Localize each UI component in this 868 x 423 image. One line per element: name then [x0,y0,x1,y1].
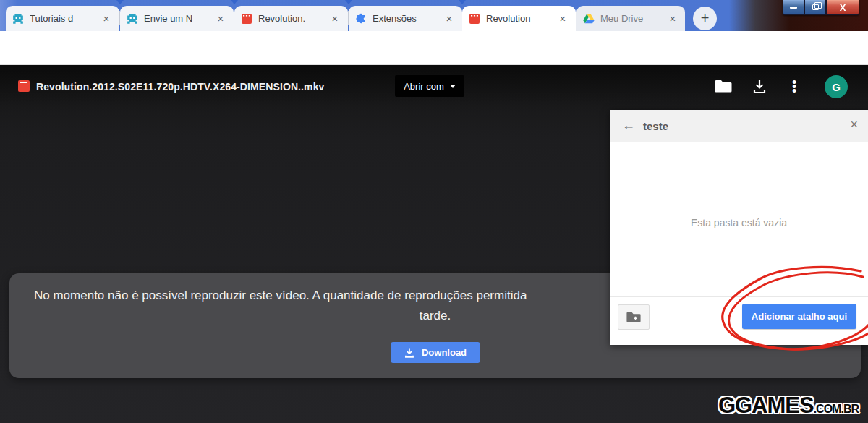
tab-envie[interactable]: Envie um N × [120,6,234,31]
tab-tutoriais[interactable]: Tutoriais d × [6,6,119,31]
video-file-icon [18,80,30,92]
tab-extensoes[interactable]: Extensões × [349,6,462,31]
new-folder-icon [626,311,641,323]
panel-title: teste [643,120,668,132]
add-shortcut-button[interactable]: Adicionar atalho aqui [742,304,856,329]
browser-tab-strip: Tutoriais d × Envie um N × Revolution. ×… [0,0,868,31]
close-icon: X [840,3,846,12]
tab-close-icon[interactable]: × [557,13,569,24]
ggames-watermark: GGAMES.COM.BR [718,393,859,419]
ggames-pixel-icon [12,13,24,25]
account-avatar[interactable]: G [825,75,848,98]
theme-notch [116,0,124,4]
empty-folder-message: Esta pasta está vazia [610,217,868,228]
tab-meu-drive[interactable]: Meu Drive × [576,6,685,31]
theme-notch [231,0,238,4]
panel-header: ← teste × [610,110,868,142]
open-with-label: Abrir com [404,81,444,92]
watermark-main: GGAMES [718,393,814,418]
ggames-pixel-icon [127,13,138,25]
minimize-icon [790,7,797,9]
puzzle-icon [355,13,367,25]
download-button[interactable]: Download [391,342,480,363]
tab-label: Revolution [486,13,553,24]
error-message-line1: No momento não é possível reproduzir est… [34,289,527,303]
tab-separator [119,11,120,25]
theme-notch [459,0,466,4]
new-tab-button[interactable]: + [693,7,717,30]
restore-icon [812,4,819,10]
drive-icon [583,13,595,25]
more-options-icon[interactable]: ••• [792,80,796,93]
open-with-button[interactable]: Abrir com [395,75,464,97]
browser-toolbar: ← → drive.google.com/file/d/0B5mfrkDqK6t… [0,31,868,65]
tab-close-icon[interactable]: × [101,13,112,24]
window-minimize-button[interactable] [783,0,804,15]
tab-revolution-active[interactable]: Revolution × [462,6,576,31]
tab-close-icon[interactable]: × [667,13,678,24]
window-restore-button[interactable] [804,0,826,15]
chevron-down-icon [450,85,456,88]
tab-label: Extensões [373,13,439,24]
download-icon[interactable] [752,79,767,95]
watermark-suffix: .COM.BR [814,403,859,415]
theme-notch [345,0,352,4]
back-arrow-icon[interactable]: ← [622,118,635,133]
window-close-button[interactable]: X [826,0,859,15]
download-label: Download [422,347,467,358]
tab-close-icon[interactable]: × [215,13,226,24]
video-file-icon [241,13,252,25]
tab-separator [234,11,234,25]
tab-label: Tutoriais d [30,13,96,24]
tab-close-icon[interactable]: × [443,13,455,24]
drive-folder-panel: ← teste × Esta pasta está vazia Adiciona… [610,110,868,345]
window-controls: X [783,0,859,15]
tab-close-icon[interactable]: × [329,13,341,24]
folder-icon[interactable] [715,79,732,93]
new-folder-button[interactable] [618,304,650,330]
tab-separator [348,11,349,25]
tab-label: Revolution. [258,13,325,24]
tab-label: Envie um N [144,13,210,24]
file-title: Revolution.2012.S02E11.720p.HDTV.X264-DI… [36,81,324,93]
tab-label: Meu Drive [600,13,663,24]
tab-revolution-1[interactable]: Revolution. × [234,6,348,31]
panel-footer: Adicionar atalho aqui [610,296,868,345]
video-file-icon [469,13,480,25]
download-icon [404,347,414,359]
panel-close-icon[interactable]: × [850,118,858,131]
